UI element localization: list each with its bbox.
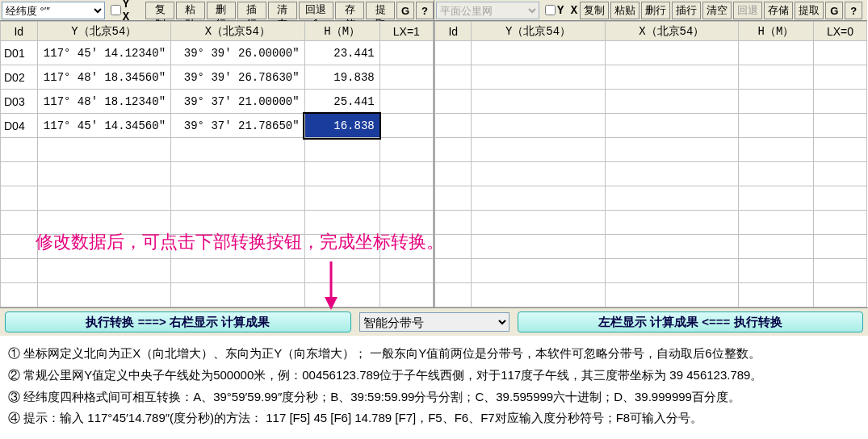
cell-x[interactable] xyxy=(171,138,305,162)
cell-y[interactable] xyxy=(472,259,605,283)
cell-x[interactable] xyxy=(171,235,305,259)
cell-h[interactable] xyxy=(738,138,813,162)
copy-button[interactable]: 复制 xyxy=(580,2,609,19)
cell-y[interactable] xyxy=(472,162,605,186)
cell-h[interactable] xyxy=(738,114,813,138)
cell-id[interactable] xyxy=(435,162,472,186)
cell-x[interactable] xyxy=(605,65,738,90)
cell-id[interactable] xyxy=(435,186,472,211)
cell-lx[interactable] xyxy=(813,138,866,162)
cell-y[interactable] xyxy=(472,235,605,259)
cell-lx[interactable] xyxy=(379,41,433,65)
cell-x[interactable]: 39° 39′ 26.78630″ xyxy=(171,65,305,90)
table-row[interactable] xyxy=(1,259,434,283)
cell-id[interactable] xyxy=(435,259,472,283)
insert-row-button[interactable]: 插行 xyxy=(672,2,701,19)
cell-x[interactable] xyxy=(605,114,738,138)
cell-id[interactable] xyxy=(1,259,38,283)
cell-lx[interactable] xyxy=(379,138,433,162)
format-select-left[interactable]: 经纬度 °′″ xyxy=(2,2,105,19)
cell-y[interactable] xyxy=(472,186,605,211)
cell-id[interactable] xyxy=(435,138,472,162)
paste-button[interactable]: 粘贴 xyxy=(176,2,205,19)
undo-button[interactable]: 回退 xyxy=(733,2,762,19)
cell-lx[interactable] xyxy=(379,259,433,283)
help-button[interactable]: ? xyxy=(845,2,862,19)
extract-button[interactable]: 提取 xyxy=(795,2,824,19)
cell-lx[interactable] xyxy=(379,283,433,307)
right-grid[interactable]: Id Y（北京54） X（北京54） H（M） LX=0 xyxy=(434,21,867,307)
cell-x[interactable] xyxy=(605,211,738,235)
table-row[interactable] xyxy=(435,41,867,65)
cell-id[interactable]: D03 xyxy=(1,90,38,114)
cell-x[interactable] xyxy=(605,162,738,186)
help-button[interactable]: ? xyxy=(416,2,434,19)
cell-h[interactable] xyxy=(738,259,813,283)
cell-id[interactable]: D04 xyxy=(1,114,38,138)
cell-id[interactable] xyxy=(435,235,472,259)
cell-x[interactable] xyxy=(171,186,305,211)
col-x-header[interactable]: X（北京54） xyxy=(605,22,738,41)
cell-h[interactable]: 19.838 xyxy=(304,65,379,90)
table-row[interactable] xyxy=(435,162,867,186)
cell-id[interactable] xyxy=(435,283,472,307)
cell-lx[interactable] xyxy=(813,259,866,283)
col-h-header[interactable]: H（M） xyxy=(304,22,379,41)
table-row[interactable] xyxy=(1,283,434,307)
cell-id[interactable]: D02 xyxy=(1,65,38,90)
g-button[interactable]: G xyxy=(396,2,414,19)
cell-x[interactable]: 39° 39′ 26.00000″ xyxy=(171,41,305,65)
cell-lx[interactable] xyxy=(379,235,433,259)
copy-button[interactable]: 复制 xyxy=(145,2,174,19)
delete-row-button[interactable]: 删行 xyxy=(207,2,236,19)
col-lx-header[interactable]: LX=0 xyxy=(813,22,866,41)
table-row[interactable] xyxy=(1,138,434,162)
cell-y[interactable] xyxy=(37,235,171,259)
g-button[interactable]: G xyxy=(825,2,843,19)
table-row[interactable] xyxy=(435,138,867,162)
zone-select[interactable]: 智能分带号 xyxy=(359,312,509,332)
cell-y[interactable] xyxy=(472,114,605,138)
cell-h[interactable]: 23.441 xyxy=(304,41,379,65)
yx-checkbox-right[interactable]: Y X xyxy=(542,0,577,20)
cell-id[interactable] xyxy=(435,90,472,114)
cell-x[interactable] xyxy=(605,283,738,307)
cell-h[interactable] xyxy=(738,41,813,65)
cell-lx[interactable] xyxy=(813,41,866,65)
cell-x[interactable] xyxy=(605,235,738,259)
insert-row-button[interactable]: 插行 xyxy=(237,2,266,19)
cell-lx[interactable] xyxy=(813,235,866,259)
save-button[interactable]: 存储 xyxy=(764,2,793,19)
cell-h[interactable] xyxy=(304,211,379,235)
cell-y[interactable] xyxy=(472,283,605,307)
cell-y[interactable] xyxy=(472,90,605,114)
cell-id[interactable] xyxy=(1,283,38,307)
cell-id[interactable] xyxy=(1,186,38,211)
cell-h[interactable] xyxy=(304,162,379,186)
cell-x[interactable]: 39° 37′ 21.00000″ xyxy=(171,90,305,114)
cell-lx[interactable] xyxy=(813,65,866,90)
cell-y[interactable] xyxy=(472,41,605,65)
cell-y[interactable] xyxy=(37,259,171,283)
table-row[interactable] xyxy=(435,211,867,235)
cell-x[interactable] xyxy=(605,138,738,162)
cell-y[interactable]: 117° 45′ 14.12340″ xyxy=(37,41,171,65)
cell-y[interactable] xyxy=(472,138,605,162)
cell-id[interactable] xyxy=(435,41,472,65)
cell-lx[interactable] xyxy=(379,162,433,186)
format-select-right[interactable]: 平面公里网 xyxy=(436,2,539,19)
cell-y[interactable]: 117° 45′ 14.34560″ xyxy=(37,114,171,138)
cell-h[interactable]: 16.838 xyxy=(304,114,379,138)
cell-y[interactable] xyxy=(37,138,171,162)
cell-lx[interactable] xyxy=(813,162,866,186)
cell-h[interactable] xyxy=(738,186,813,211)
extract-button[interactable]: 提取 xyxy=(366,2,395,19)
cell-id[interactable] xyxy=(1,235,38,259)
cell-id[interactable] xyxy=(1,138,38,162)
execute-right-to-left-button[interactable]: 左栏显示 计算成果 <=== 执行转换 xyxy=(518,311,864,332)
cell-y[interactable]: 117° 48′ 18.12340″ xyxy=(37,90,171,114)
cell-x[interactable] xyxy=(605,90,738,114)
cell-h[interactable] xyxy=(738,162,813,186)
cell-h[interactable] xyxy=(738,90,813,114)
cell-y[interactable] xyxy=(472,65,605,90)
